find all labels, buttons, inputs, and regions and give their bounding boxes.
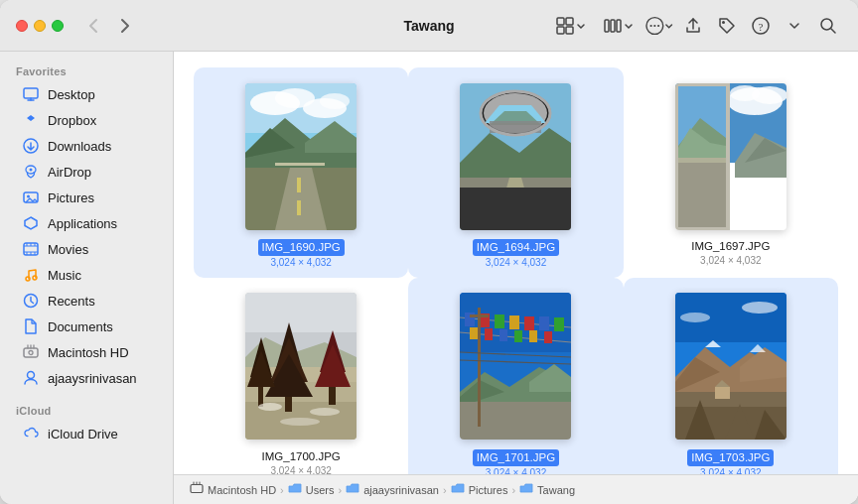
thumbnail-1697 — [675, 83, 786, 230]
sidebar-item-desktop[interactable]: Desktop — [6, 81, 167, 107]
svg-point-14 — [821, 19, 832, 30]
file-name-1694: IMG_1694.JPG — [473, 239, 559, 256]
svg-rect-100 — [544, 331, 552, 343]
svg-rect-39 — [297, 200, 301, 215]
svg-rect-64 — [678, 158, 726, 163]
view-grid-button[interactable] — [550, 14, 592, 38]
file-item-img1694[interactable]: IMG_1694.JPG 3,024 × 4,032 — [408, 67, 623, 278]
svg-text:?: ? — [759, 20, 764, 32]
svg-point-22 — [33, 276, 37, 280]
documents-icon — [22, 317, 40, 335]
svg-rect-6 — [617, 20, 621, 32]
user-folder-bc-icon — [346, 481, 359, 498]
svg-rect-45 — [460, 188, 571, 230]
breadcrumb-pictures[interactable]: Pictures — [451, 481, 508, 498]
thumbnail-1694 — [460, 83, 571, 230]
forward-button[interactable] — [111, 12, 139, 40]
sidebar-label-icloud-drive: iCloud Drive — [48, 427, 118, 441]
sidebar-item-user[interactable]: ajaaysrinivasan — [6, 365, 167, 391]
file-name-1697: IMG_1697.JPG — [691, 239, 770, 254]
toolbar-right: ? — [550, 12, 842, 40]
icloud-drive-icon — [22, 425, 40, 442]
bc-sep-3: › — [443, 484, 447, 496]
file-item-img1701[interactable]: IMG_1701.JPG 3,024 × 4,032 — [408, 278, 623, 474]
share-button[interactable] — [679, 12, 707, 40]
file-area: IMG_1690.JPG 3,024 × 4,032 — [174, 52, 858, 504]
breadcrumb-users[interactable]: Users — [288, 481, 335, 498]
sidebar-item-documents[interactable]: Documents — [6, 314, 167, 339]
svg-rect-99 — [529, 330, 537, 342]
sidebar-label-desktop: Desktop — [48, 87, 95, 102]
svg-rect-92 — [524, 316, 534, 330]
file-name-1700: IMG_1700.JPG — [262, 449, 341, 464]
more-button[interactable] — [781, 12, 808, 40]
file-name-1703: IMG_1703.JPG — [687, 449, 774, 466]
back-button[interactable] — [79, 12, 107, 40]
help-button[interactable]: ? — [747, 12, 775, 40]
svg-rect-80 — [329, 387, 336, 405]
file-item-img1703[interactable]: IMG_1703.JPG 3,024 × 4,032 — [624, 278, 838, 474]
svg-rect-123 — [715, 387, 730, 399]
thumbnail-wrapper-1690 — [236, 79, 365, 233]
file-dims-1700: 3,024 × 4,032 — [270, 465, 331, 474]
svg-point-112 — [680, 313, 710, 322]
breadcrumb-tawang[interactable]: Tawang — [519, 481, 575, 498]
sidebar-item-airdrop[interactable]: AirDrop — [6, 159, 167, 185]
svg-rect-5 — [611, 20, 615, 32]
sidebar-label-dropbox: Dropbox — [48, 113, 96, 128]
sidebar-item-pictures[interactable]: Pictures — [6, 185, 167, 210]
view-column-button[interactable] — [598, 14, 640, 38]
file-item-img1700[interactable]: IMG_1700.JPG 3,024 × 4,032 — [194, 278, 408, 474]
thumbnail-wrapper-1700 — [236, 290, 365, 443]
sidebar-item-downloads[interactable]: Downloads — [6, 133, 167, 159]
close-button[interactable] — [16, 20, 28, 32]
file-dims-1701: 3,024 × 4,032 — [486, 467, 546, 474]
sidebar-label-macintosh-hd: Macintosh HD — [48, 345, 129, 360]
file-grid: IMG_1690.JPG 3,024 × 4,032 — [174, 52, 858, 474]
action-button[interactable] — [645, 12, 673, 40]
svg-rect-93 — [539, 316, 549, 330]
sidebar-item-movies[interactable]: Movies — [6, 236, 167, 262]
svg-rect-95 — [470, 327, 478, 339]
svg-rect-63 — [678, 163, 726, 227]
search-button[interactable] — [814, 12, 842, 40]
pictures-folder-bc-icon — [451, 481, 465, 498]
nav-buttons — [79, 12, 139, 40]
svg-rect-104 — [460, 402, 571, 440]
svg-rect-97 — [500, 329, 507, 341]
file-item-img1690[interactable]: IMG_1690.JPG 3,024 × 4,032 — [194, 67, 408, 278]
sidebar-label-downloads: Downloads — [48, 139, 111, 154]
bc-sep-4: › — [511, 484, 515, 496]
breadcrumb-user-folder[interactable]: ajaaysrinivasan — [346, 481, 439, 498]
file-item-img1697[interactable]: IMG_1697.JPG 3,024 × 4,032 — [624, 67, 838, 278]
sidebar-item-applications[interactable]: Applications — [6, 210, 167, 236]
maximize-button[interactable] — [52, 20, 64, 32]
svg-point-26 — [28, 372, 35, 379]
applications-icon — [22, 214, 40, 232]
svg-rect-15 — [24, 88, 38, 98]
sidebar-item-icloud-drive[interactable]: iCloud Drive — [6, 421, 167, 446]
svg-rect-105 — [478, 308, 481, 427]
thumbnail-1703 — [675, 293, 786, 440]
sidebar-item-recents[interactable]: Recents — [6, 288, 167, 314]
svg-point-10 — [657, 24, 659, 26]
breadcrumb-macintosh-hd[interactable]: Macintosh HD — [190, 481, 276, 498]
music-icon — [22, 266, 40, 284]
sidebar-item-macintosh-hd[interactable]: Macintosh HD — [6, 339, 167, 365]
sidebar-item-music[interactable]: Music — [6, 262, 167, 288]
svg-point-55 — [730, 85, 760, 101]
content-area: Favorites Desktop Dropbox — [0, 52, 858, 504]
minimize-button[interactable] — [34, 20, 46, 32]
thumbnail-wrapper-1694 — [451, 79, 580, 233]
svg-point-25 — [29, 351, 33, 355]
tag-button[interactable] — [713, 12, 741, 40]
sidebar-item-dropbox[interactable]: Dropbox — [6, 107, 167, 133]
svg-point-81 — [258, 403, 282, 411]
file-dims-1703: 3,024 × 4,032 — [700, 467, 761, 474]
svg-rect-98 — [514, 330, 522, 342]
thumbnail-wrapper-1697 — [666, 79, 795, 233]
sidebar-label-airdrop: AirDrop — [48, 165, 91, 180]
traffic-lights — [16, 20, 64, 32]
window-title: Tawang — [403, 18, 454, 34]
svg-point-32 — [320, 93, 350, 109]
